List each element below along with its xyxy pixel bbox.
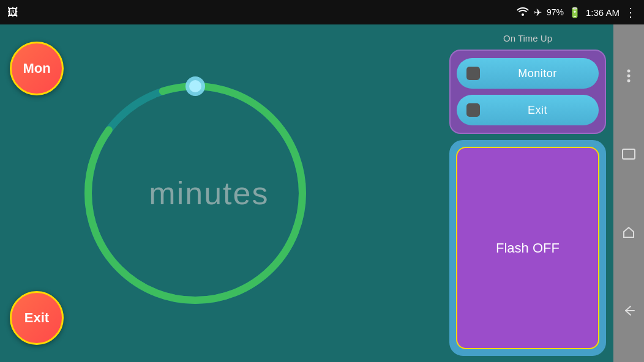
on-time-up-label: On Time Up	[449, 31, 606, 43]
mon-label: Mon	[23, 61, 50, 76]
monitor-icon	[466, 67, 480, 80]
battery-text: 97%	[547, 7, 564, 17]
flash-inner: Flash OFF	[456, 147, 599, 349]
exit-label: Exit	[24, 310, 49, 326]
home-icon[interactable]	[618, 221, 640, 243]
nav-bar	[613, 24, 644, 362]
status-bar: 🖼 ✈ 97% 🔋 1:36 AM ⋮	[0, 0, 644, 24]
back-icon[interactable]	[618, 300, 640, 322]
control-box: Monitor Exit	[449, 50, 606, 134]
svg-point-5	[627, 75, 631, 78]
status-left: 🖼	[7, 6, 18, 19]
overflow-nav-icon[interactable]	[618, 65, 640, 87]
svg-point-3	[189, 80, 201, 92]
app-area: Mon minutes Exit	[0, 24, 442, 362]
exit-panel-button[interactable]: Exit	[457, 95, 599, 125]
mon-button[interactable]: Mon	[10, 42, 64, 95]
right-panel: On Time Up Monitor Exit Flash OFF	[442, 24, 613, 362]
svg-point-6	[627, 79, 631, 83]
airplane-icon: ✈	[534, 7, 542, 18]
status-right: ✈ 97% 🔋 1:36 AM ⋮	[517, 5, 637, 20]
time-display: 1:36 AM	[586, 7, 620, 18]
monitor-button[interactable]: Monitor	[457, 58, 599, 89]
timer-arc	[67, 65, 324, 322]
recent-apps-icon[interactable]	[618, 143, 640, 165]
exit-panel-icon	[466, 103, 480, 117]
wifi-icon	[517, 6, 529, 18]
overflow-menu-icon[interactable]: ⋮	[624, 5, 637, 20]
flash-button[interactable]: Flash OFF	[449, 140, 606, 356]
exit-button[interactable]: Exit	[10, 291, 64, 345]
gallery-icon: 🖼	[7, 6, 18, 19]
svg-point-4	[627, 70, 631, 73]
svg-rect-7	[623, 149, 635, 159]
exit-panel-label: Exit	[486, 104, 589, 117]
battery-icon: 🔋	[569, 7, 581, 18]
flash-label: Flash OFF	[496, 240, 560, 256]
monitor-label: Monitor	[486, 67, 589, 80]
